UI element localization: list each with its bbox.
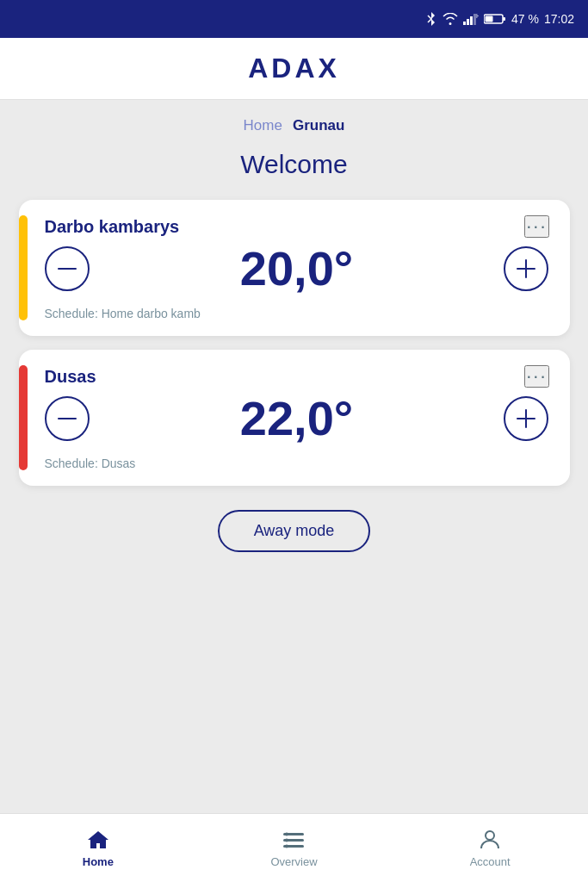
wifi-icon [443,13,458,25]
nav-account[interactable]: Account [393,828,586,868]
svg-text:H: H [476,13,479,19]
card-menu-darbo[interactable]: ··· [524,215,548,238]
temp-increase-darbo[interactable] [504,246,548,291]
svg-point-19 [285,845,288,848]
svg-rect-1 [467,19,469,25]
bluetooth-icon [425,11,437,27]
temp-value-dusas: 22,0° [240,394,353,443]
temp-decrease-darbo[interactable] [45,246,90,291]
svg-point-18 [285,839,288,842]
main-content: Home Grunau Welcome Darbo kambarys ··· 2… [0,100,588,882]
card-schedule-darbo: Schedule: Home darbo kamb [45,307,549,320]
device-card-darbo: Darbo kambarys ··· 20,0° Schedul [19,200,570,336]
card-accent-dusas [19,365,28,470]
svg-point-17 [285,833,288,836]
card-body-darbo: Darbo kambarys ··· 20,0° Schedul [45,215,549,320]
card-header-darbo: Darbo kambarys ··· [45,215,549,238]
battery-percentage: 47 % [511,12,539,26]
card-schedule-dusas: Schedule: Dusas [45,457,549,470]
svg-rect-11 [58,418,77,419]
nav-home-label: Home [83,855,114,868]
account-icon [478,828,502,852]
temp-increase-dusas[interactable] [504,396,548,441]
breadcrumb: Home Grunau [244,100,345,141]
svg-rect-8 [58,268,77,270]
card-name-darbo: Darbo kambarys [45,217,180,237]
card-temp-row-dusas: 22,0° [45,394,549,443]
bottom-nav: Home Overview Account [0,813,588,882]
card-menu-dusas[interactable]: ··· [524,365,548,388]
svg-rect-6 [503,17,505,21]
temp-decrease-dusas[interactable] [45,396,90,441]
away-mode-button[interactable]: Away mode [218,510,371,552]
svg-rect-0 [463,22,466,25]
app-logo: ADAX [248,53,340,84]
svg-rect-10 [525,259,527,278]
breadcrumb-home[interactable]: Home [244,117,282,134]
status-bar: H 47 % 17:02 [0,0,588,38]
status-icons: H 47 % 17:02 [425,11,574,27]
home-icon [86,828,110,852]
time-display: 17:02 [544,12,574,26]
card-temp-row-darbo: 20,0° [45,245,549,293]
svg-rect-2 [470,16,473,25]
card-header-dusas: Dusas ··· [45,365,549,388]
svg-rect-7 [486,16,493,22]
card-accent-darbo [19,215,28,320]
app-header: ADAX [0,38,588,100]
cards-container: Darbo kambarys ··· 20,0° Schedul [19,200,570,486]
card-body-dusas: Dusas ··· 22,0° Schedule: Dusas [45,365,549,470]
svg-point-20 [486,831,494,840]
overview-icon [282,828,306,852]
nav-home[interactable]: Home [1,828,195,868]
welcome-title: Welcome [240,150,347,179]
signal-icon: H [463,13,479,25]
device-card-dusas: Dusas ··· 22,0° Schedule: Dusas [19,350,570,486]
battery-icon [484,13,506,25]
temp-value-darbo: 20,0° [240,245,353,293]
svg-rect-13 [525,409,527,428]
nav-account-label: Account [470,855,511,868]
nav-overview[interactable]: Overview [197,828,391,868]
breadcrumb-current[interactable]: Grunau [293,117,344,134]
card-name-dusas: Dusas [45,367,96,387]
nav-overview-label: Overview [270,855,317,868]
